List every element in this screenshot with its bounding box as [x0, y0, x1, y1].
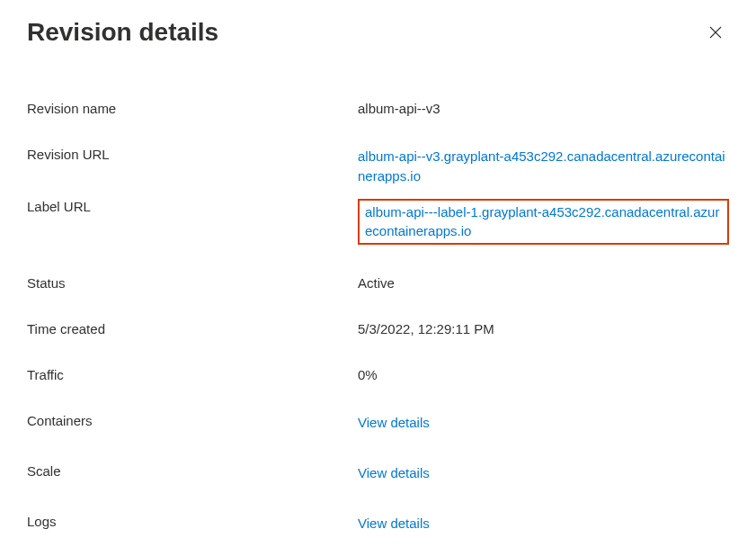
row-revision-name: Revision name album-api--v3: [27, 101, 729, 116]
highlighted-label-url: album-api---label-1.grayplant-a453c292.c…: [358, 199, 729, 246]
row-label-url: Label URL album-api---label-1.grayplant-…: [27, 199, 729, 246]
panel-header: Revision details: [27, 18, 729, 47]
row-status: Status Active: [27, 275, 729, 291]
label-status: Status: [27, 275, 358, 291]
row-traffic: Traffic 0%: [27, 367, 729, 382]
row-time-created: Time created 5/3/2022, 12:29:11 PM: [27, 321, 729, 336]
row-revision-url: Revision URL album-api--v3.grayplant-a45…: [27, 147, 729, 186]
value-status: Active: [358, 275, 395, 291]
link-label-url[interactable]: album-api---label-1.grayplant-a453c292.c…: [365, 204, 719, 239]
row-logs: Logs View details: [27, 514, 729, 534]
label-label-url: Label URL: [27, 199, 358, 214]
label-revision-name: Revision name: [27, 101, 358, 116]
value-traffic: 0%: [358, 367, 378, 382]
row-scale: Scale View details: [27, 463, 729, 483]
label-logs: Logs: [27, 514, 358, 529]
link-scale-view-details[interactable]: View details: [358, 463, 430, 483]
label-time-created: Time created: [27, 321, 358, 336]
value-time-created: 5/3/2022, 12:29:11 PM: [358, 321, 494, 336]
link-revision-url[interactable]: album-api--v3.grayplant-a453c292.canadac…: [358, 148, 725, 184]
link-containers-view-details[interactable]: View details: [358, 413, 430, 433]
label-scale: Scale: [27, 463, 358, 479]
label-containers: Containers: [27, 413, 358, 428]
value-revision-name: album-api--v3: [358, 101, 440, 116]
close-button[interactable]: [702, 19, 729, 46]
page-title: Revision details: [27, 18, 218, 47]
label-traffic: Traffic: [27, 367, 358, 382]
link-logs-view-details[interactable]: View details: [358, 514, 430, 534]
label-revision-url: Revision URL: [27, 147, 358, 162]
close-icon: [707, 24, 724, 40]
row-containers: Containers View details: [27, 413, 729, 433]
